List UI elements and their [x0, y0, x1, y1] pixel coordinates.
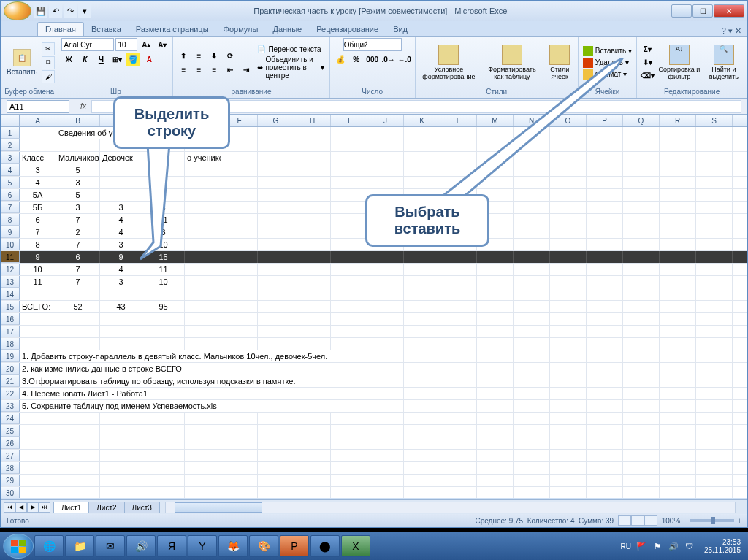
cell[interactable]: [623, 313, 660, 325]
cell[interactable]: [477, 251, 514, 263]
cell[interactable]: [331, 301, 367, 312]
cell[interactable]: [623, 338, 660, 350]
cell[interactable]: [477, 326, 514, 337]
cell[interactable]: [550, 450, 587, 461]
cell[interactable]: [20, 127, 56, 139]
cell[interactable]: [331, 462, 367, 474]
cell[interactable]: [440, 462, 477, 474]
row-header-2[interactable]: 2: [1, 139, 20, 151]
cell[interactable]: [514, 313, 550, 325]
cell[interactable]: [514, 326, 550, 337]
cell[interactable]: [258, 152, 294, 164]
cell[interactable]: [20, 338, 56, 350]
cell[interactable]: [623, 425, 660, 437]
autosum-icon[interactable]: Σ▾: [640, 43, 654, 56]
cell[interactable]: [258, 177, 294, 188]
cell[interactable]: [221, 425, 258, 437]
task-powerpoint[interactable]: P: [280, 535, 309, 557]
cell[interactable]: [660, 375, 696, 387]
cell[interactable]: [660, 152, 696, 164]
cell[interactable]: [477, 450, 514, 461]
tray-lang[interactable]: RU: [620, 542, 630, 551]
cell[interactable]: [20, 413, 56, 424]
font-color-button[interactable]: A: [142, 53, 156, 66]
font-name-combo[interactable]: [61, 38, 114, 51]
cell[interactable]: [623, 127, 660, 139]
cell[interactable]: [367, 475, 404, 486]
cell[interactable]: [367, 413, 404, 424]
cell[interactable]: [100, 313, 142, 325]
cell[interactable]: [404, 363, 440, 375]
cell[interactable]: [258, 239, 294, 250]
cell[interactable]: [660, 164, 696, 176]
cell[interactable]: [142, 326, 185, 337]
cell[interactable]: [258, 202, 294, 213]
cell[interactable]: [696, 450, 733, 461]
cell[interactable]: [587, 251, 623, 263]
cell[interactable]: [294, 226, 331, 238]
cell[interactable]: [660, 251, 696, 263]
undo-icon[interactable]: ↶: [49, 4, 62, 18]
cell[interactable]: [623, 363, 660, 375]
cell[interactable]: [404, 127, 440, 139]
tray-network-icon[interactable]: ⚑: [652, 540, 663, 552]
cell[interactable]: [294, 288, 331, 300]
cell[interactable]: [221, 462, 258, 474]
cell[interactable]: [587, 276, 623, 288]
cell[interactable]: [100, 177, 142, 188]
col-header-K[interactable]: K: [404, 115, 440, 126]
cell[interactable]: [696, 264, 733, 275]
cell[interactable]: [587, 326, 623, 337]
cell[interactable]: [185, 326, 221, 337]
merge-center-button[interactable]: ⬌ Объединить и поместить в центре ▾: [255, 55, 326, 80]
cell[interactable]: [331, 475, 367, 486]
cell[interactable]: [331, 152, 367, 164]
cell[interactable]: [440, 437, 477, 449]
cell[interactable]: [294, 475, 331, 486]
cell[interactable]: [587, 450, 623, 461]
cell[interactable]: [185, 338, 221, 350]
cell[interactable]: [142, 313, 185, 325]
task-media[interactable]: 🔊: [126, 535, 156, 557]
cell[interactable]: [331, 487, 367, 498]
cell[interactable]: 5Б: [20, 202, 56, 213]
cell[interactable]: [440, 326, 477, 337]
cell[interactable]: [477, 313, 514, 325]
fill-color-button[interactable]: 🪣: [126, 53, 140, 66]
cell[interactable]: [550, 425, 587, 437]
cell[interactable]: [294, 462, 331, 474]
col-header-S[interactable]: S: [696, 115, 733, 126]
cell[interactable]: [404, 264, 440, 275]
cell[interactable]: [696, 425, 733, 437]
cell[interactable]: [660, 350, 696, 362]
cell[interactable]: [404, 388, 440, 399]
cell[interactable]: [623, 264, 660, 275]
cell[interactable]: [623, 152, 660, 164]
cell[interactable]: [258, 413, 294, 424]
cell[interactable]: [331, 251, 367, 263]
task-gimp[interactable]: 🦊: [218, 535, 248, 557]
cell[interactable]: 7: [56, 264, 100, 275]
cell[interactable]: [660, 487, 696, 498]
cell[interactable]: [440, 338, 477, 350]
row-header-9[interactable]: 9: [1, 226, 20, 238]
cell[interactable]: [20, 475, 56, 486]
cell[interactable]: [258, 264, 294, 275]
cell[interactable]: [696, 164, 733, 176]
cell[interactable]: [185, 475, 221, 486]
cell[interactable]: [185, 189, 221, 201]
cell[interactable]: [550, 350, 587, 362]
cell[interactable]: [331, 338, 367, 350]
cell[interactable]: [587, 413, 623, 424]
cell[interactable]: [294, 437, 331, 449]
cell[interactable]: [623, 276, 660, 288]
cell[interactable]: [185, 251, 221, 263]
zoom-in-icon[interactable]: +: [737, 517, 741, 525]
cell[interactable]: [294, 301, 331, 312]
row-header-13[interactable]: 13: [1, 276, 20, 288]
cell[interactable]: [56, 338, 100, 350]
col-header-G[interactable]: G: [258, 115, 294, 126]
cell[interactable]: [550, 251, 587, 263]
cell[interactable]: [660, 276, 696, 288]
cell[interactable]: [623, 413, 660, 424]
